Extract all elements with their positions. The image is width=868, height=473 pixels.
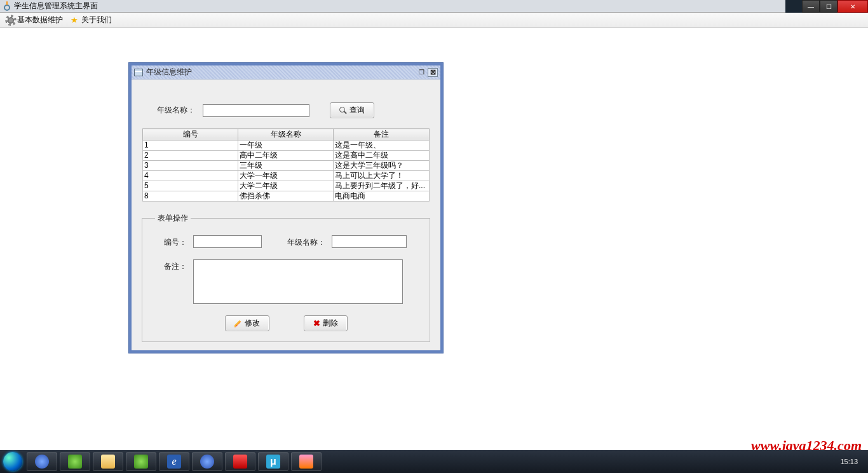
table-row[interactable]: 5大学二年级马上要升到二年级了，好... [143,181,430,191]
menu-data-maintain-label: 基本数据维护 [17,15,63,25]
taskbar-item[interactable]: e [159,452,189,471]
window-minimize-button[interactable]: — [802,0,820,13]
table-cell[interactable]: 马上可以上大学了！ [334,171,430,181]
taskbar-item[interactable] [27,452,57,471]
app-titlebar: 学生信息管理系统主界面 [0,0,785,13]
table-cell[interactable]: 三年级 [238,161,334,171]
delete-button-label: 删除 [323,318,338,329]
taskbar-item[interactable] [225,452,255,471]
grade-table[interactable]: 编号 年级名称 备注 1一年级这是一年级、2高中二年级这是高中二年级3三年级这是… [142,128,430,202]
col-remark[interactable]: 备注 [334,129,430,141]
table-cell[interactable]: 4 [143,171,238,181]
table-cell[interactable]: 高中二年级 [238,151,334,161]
table-cell[interactable]: 2 [143,151,238,161]
app-title: 学生信息管理系统主界面 [14,1,98,11]
table-row[interactable]: 1一年级这是一年级、 [143,141,430,151]
search-icon [339,107,347,114]
menu-data-maintain[interactable]: 基本数据维护 [3,13,67,27]
internal-close-icon[interactable]: ⊠ [428,68,438,77]
table-cell[interactable]: 5 [143,181,238,191]
window-maximize-button[interactable]: ☐ [820,0,837,13]
table-cell[interactable]: 3 [143,161,238,171]
taskbar-item[interactable] [192,452,222,471]
gear-icon [6,16,15,25]
menu-bar: 基本数据维护 ★ 关于我们 [0,13,868,28]
table-cell[interactable]: 8 [143,191,238,202]
remark-label: 备注： [155,259,187,272]
delete-button[interactable]: ✖ 删除 [304,315,348,331]
mdi-desktop: 年级信息维护 ❐ ⊠ 年级名称： 查询 编号 年级名称 [0,28,868,450]
table-cell[interactable]: 这是大学三年级吗？ [334,161,430,171]
modify-button[interactable]: 修改 [225,315,269,331]
col-name[interactable]: 年级名称 [238,129,334,141]
query-button-label: 查询 [349,105,365,116]
internal-maximize-icon[interactable]: ❐ [416,68,426,77]
name-input[interactable] [332,235,407,248]
search-input[interactable] [203,104,309,117]
menu-about-label: 关于我们 [81,15,112,25]
taskbar-item[interactable] [60,452,90,471]
table-cell[interactable]: 马上要升到二年级了，好... [334,181,430,191]
table-cell[interactable]: 一年级 [238,141,334,151]
menu-about[interactable]: ★ 关于我们 [67,13,116,27]
id-label: 编号： [155,235,187,248]
table-cell[interactable]: 这是一年级、 [334,141,430,151]
taskbar[interactable]: e μ 15:13 [0,450,868,473]
internal-frame-grade-maintain: 年级信息维护 ❐ ⊠ 年级名称： 查询 编号 年级名称 [129,63,443,353]
star-icon: ★ [71,16,79,25]
col-id[interactable]: 编号 [143,129,238,141]
remark-textarea[interactable] [193,259,403,304]
taskbar-item[interactable] [291,452,322,471]
taskbar-item[interactable] [93,452,123,471]
table-cell[interactable]: 大学一年级 [238,171,334,181]
name-label: 年级名称： [287,235,325,248]
table-row[interactable]: 4大学一年级马上可以上大学了！ [143,171,430,181]
internal-frame-titlebar[interactable]: 年级信息维护 ❐ ⊠ [132,65,440,79]
taskbar-clock[interactable]: 15:13 [835,455,863,468]
taskbar-item[interactable]: μ [258,452,288,471]
java-icon [3,2,11,11]
system-tray[interactable]: 15:13 [835,455,868,468]
form-fieldset: 表单操作 编号： 年级名称： 备注： 修改 [142,213,430,342]
form-legend: 表单操作 [155,213,191,224]
modify-button-label: 修改 [245,318,260,329]
table-row[interactable]: 8佛挡杀佛电商电商 [143,191,430,202]
table-cell[interactable]: 这是高中二年级 [334,151,430,161]
taskbar-item[interactable] [126,452,156,471]
pencil-icon [234,320,242,327]
window-close-button[interactable]: ✕ [837,0,868,13]
table-row[interactable]: 2高中二年级这是高中二年级 [143,151,430,161]
frame-icon [134,69,143,76]
table-row[interactable]: 3三年级这是大学三年级吗？ [143,161,430,171]
x-icon: ✖ [313,319,320,328]
start-button[interactable] [0,450,25,473]
search-label: 年级名称： [157,105,195,116]
id-input[interactable] [193,235,262,248]
table-cell[interactable]: 佛挡杀佛 [238,191,334,202]
table-cell[interactable]: 1 [143,141,238,151]
table-cell[interactable]: 大学二年级 [238,181,334,191]
query-button[interactable]: 查询 [330,102,374,118]
internal-frame-title: 年级信息维护 [146,67,192,78]
table-cell[interactable]: 电商电商 [334,191,430,202]
